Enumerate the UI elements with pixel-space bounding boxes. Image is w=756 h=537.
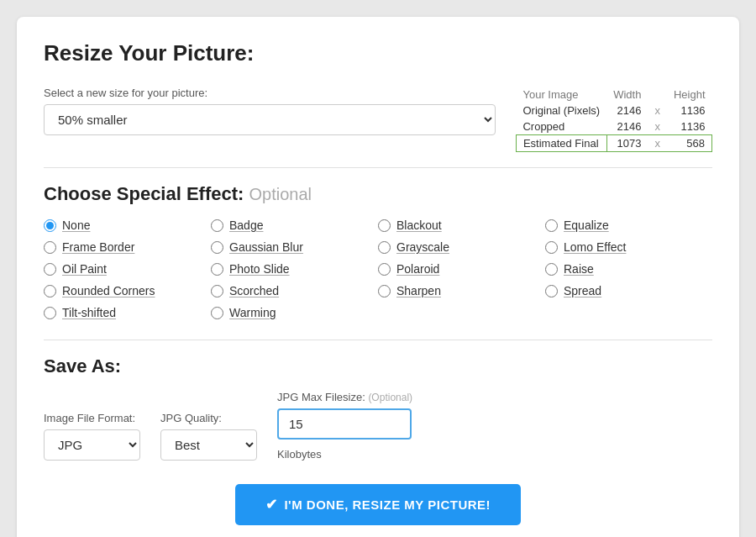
effect-radio-item[interactable]: Scorched: [211, 284, 378, 297]
info-height: 1136: [667, 118, 712, 135]
check-icon: ✔: [265, 496, 278, 513]
divider-1: [44, 167, 712, 168]
info-width: 1073: [606, 135, 648, 152]
effect-radio-item[interactable]: Warming: [211, 306, 378, 319]
format-label: Image File Format:: [44, 412, 140, 424]
effect-radio-item[interactable]: Photo Slide: [211, 262, 378, 276]
submit-section: ✔ I'M DONE, RESIZE MY PICTURE!: [44, 484, 712, 525]
image-info-section: Your Image Width Height Original (Pixels…: [516, 87, 712, 152]
filesize-input[interactable]: [277, 408, 412, 440]
effect-label: Blackout: [396, 218, 442, 232]
effect-label: Badge: [229, 218, 263, 232]
effect-radio-item[interactable]: Rounded Corners: [44, 284, 211, 297]
filesize-optional: (Optional): [368, 392, 412, 403]
page-title: Resize Your Picture:: [44, 40, 712, 66]
effect-radio-item[interactable]: Lomo Effect: [545, 240, 712, 254]
effect-radio[interactable]: [378, 241, 391, 254]
save-row: Image File Format: JPGPNGGIFBMP JPG Qual…: [44, 391, 712, 461]
resize-label: Select a new size for your picture:: [44, 87, 496, 99]
info-x: x: [648, 103, 667, 118]
effect-label: Scorched: [229, 284, 279, 297]
effect-radio[interactable]: [44, 219, 56, 232]
format-select[interactable]: JPGPNGGIFBMP: [44, 429, 140, 461]
effect-radio[interactable]: [545, 219, 558, 232]
effect-radio-item[interactable]: Oil Paint: [44, 262, 211, 276]
info-x: x: [648, 118, 667, 135]
quality-select[interactable]: BestHighMediumLow: [160, 429, 257, 461]
effect-radio[interactable]: [211, 285, 223, 297]
effect-label: Warming: [229, 306, 276, 319]
col-header-height: Height: [667, 87, 712, 103]
effect-radio[interactable]: [44, 307, 56, 319]
info-width: 2146: [606, 103, 648, 118]
effect-label: Spread: [564, 284, 601, 297]
kilobytes-label: Kilobytes: [277, 448, 412, 461]
col-header-label: Your Image: [516, 87, 606, 103]
effect-label: Grayscale: [396, 240, 449, 254]
submit-button[interactable]: ✔ I'M DONE, RESIZE MY PICTURE!: [235, 484, 521, 525]
effect-radio[interactable]: [211, 263, 223, 276]
effect-radio[interactable]: [545, 241, 558, 254]
effect-radio[interactable]: [378, 285, 391, 297]
effect-radio[interactable]: [44, 285, 56, 297]
resize-section: Select a new size for your picture: 50% …: [44, 87, 496, 135]
effect-radio[interactable]: [378, 219, 391, 232]
quality-label: JPG Quality:: [160, 412, 257, 424]
effect-label: Equalize: [564, 218, 609, 232]
info-label: Original (Pixels): [516, 103, 606, 118]
effect-radio[interactable]: [211, 219, 223, 232]
save-section: Save As: Image File Format: JPGPNGGIFBMP…: [44, 355, 712, 461]
effect-label: Photo Slide: [229, 262, 290, 276]
effect-radio-item[interactable]: Grayscale: [378, 240, 545, 254]
filesize-field: JPG Max Filesize: (Optional) Kilobytes: [277, 391, 412, 461]
effect-radio-item[interactable]: Polaroid: [378, 262, 545, 276]
quality-field: JPG Quality: BestHighMediumLow: [160, 412, 257, 461]
effect-radio[interactable]: [211, 241, 223, 254]
effect-radio-item[interactable]: Spread: [545, 284, 712, 297]
effect-radio[interactable]: [211, 307, 223, 319]
effect-radio-item[interactable]: Equalize: [545, 218, 712, 232]
image-info-table: Your Image Width Height Original (Pixels…: [516, 87, 712, 152]
effect-radio-item[interactable]: Gaussian Blur: [211, 240, 378, 254]
effect-label: Gaussian Blur: [229, 240, 303, 254]
effect-radio-item[interactable]: Blackout: [378, 218, 545, 232]
effect-radio-item[interactable]: Badge: [211, 218, 378, 232]
top-row: Select a new size for your picture: 50% …: [44, 87, 712, 152]
col-header-width: Width: [606, 87, 648, 103]
format-field: Image File Format: JPGPNGGIFBMP: [44, 412, 140, 461]
effects-section: Choose Special Effect: Optional NoneFram…: [44, 183, 712, 319]
effect-label: Lomo Effect: [564, 240, 626, 254]
effect-label: Tilt-shifted: [62, 306, 116, 319]
info-x: x: [648, 135, 667, 152]
divider-2: [44, 340, 712, 340]
effect-label: Rounded Corners: [62, 284, 155, 297]
effect-radio[interactable]: [44, 241, 56, 254]
effects-optional: Optional: [249, 185, 312, 203]
filesize-label: JPG Max Filesize: (Optional): [277, 391, 412, 403]
effect-col-2: BlackoutGrayscalePolaroidSharpen: [378, 218, 545, 319]
effect-radio[interactable]: [378, 263, 391, 276]
effect-radio-item[interactable]: None: [44, 218, 211, 232]
effect-radio-item[interactable]: Raise: [545, 262, 712, 276]
size-select[interactable]: 50% smaller25% smallerOriginal size75% s…: [44, 104, 496, 135]
effect-label: Frame Border: [62, 240, 134, 254]
effects-title: Choose Special Effect: Optional: [44, 183, 712, 205]
effect-radio-item[interactable]: Tilt-shifted: [44, 306, 211, 319]
effect-col-1: BadgeGaussian BlurPhoto SlideScorchedWar…: [211, 218, 378, 319]
effect-radio[interactable]: [545, 285, 558, 297]
effect-radio-item[interactable]: Sharpen: [378, 284, 545, 297]
effects-grid: NoneFrame BorderOil PaintRounded Corners…: [44, 218, 712, 319]
info-label: Estimated Final: [516, 135, 606, 152]
info-height: 568: [667, 135, 712, 152]
effect-label: None: [62, 218, 90, 232]
effect-radio[interactable]: [545, 263, 558, 276]
effect-col-3: EqualizeLomo EffectRaiseSpread: [545, 218, 712, 319]
info-height: 1136: [667, 103, 712, 118]
info-label: Cropped: [516, 118, 606, 135]
effect-radio[interactable]: [44, 263, 56, 276]
effect-radio-item[interactable]: Frame Border: [44, 240, 211, 254]
info-width: 2146: [606, 118, 648, 135]
submit-label: I'M DONE, RESIZE MY PICTURE!: [284, 498, 491, 512]
effect-label: Raise: [564, 262, 594, 276]
col-header-x: [648, 87, 667, 103]
